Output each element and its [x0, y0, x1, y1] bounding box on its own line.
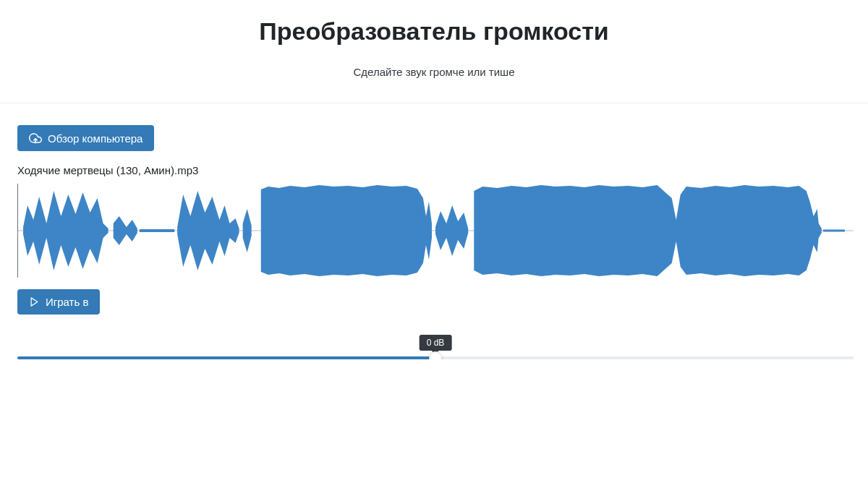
slider-fill — [17, 356, 435, 359]
waveform-display[interactable] — [17, 184, 854, 278]
content: Обзор компьютера Ходячие мертвецы (130, … — [0, 103, 868, 359]
slider-thumb[interactable] — [429, 351, 442, 359]
play-icon — [29, 296, 40, 307]
play-button[interactable]: Играть в — [17, 289, 100, 315]
page-subtitle: Сделайте звук громче или тише — [14, 66, 854, 78]
file-name: Ходячие мертвецы (130, Амин).mp3 — [17, 164, 854, 176]
slider-track — [17, 356, 854, 359]
browse-button-label: Обзор компьютера — [48, 132, 142, 145]
header: Преобразователь громкости Сделайте звук … — [0, 0, 868, 103]
waveform-svg — [17, 184, 854, 278]
play-button-label: Играть в — [46, 296, 88, 308]
svg-marker-4 — [31, 298, 38, 306]
volume-slider[interactable]: 0 dB — [17, 336, 854, 359]
svg-rect-2 — [140, 229, 174, 232]
svg-rect-3 — [823, 230, 845, 232]
page-title: Преобразователь громкости — [14, 17, 854, 46]
cloud-upload-icon — [29, 132, 42, 145]
slider-tooltip: 0 dB — [420, 335, 452, 351]
browse-computer-button[interactable]: Обзор компьютера — [17, 125, 154, 151]
